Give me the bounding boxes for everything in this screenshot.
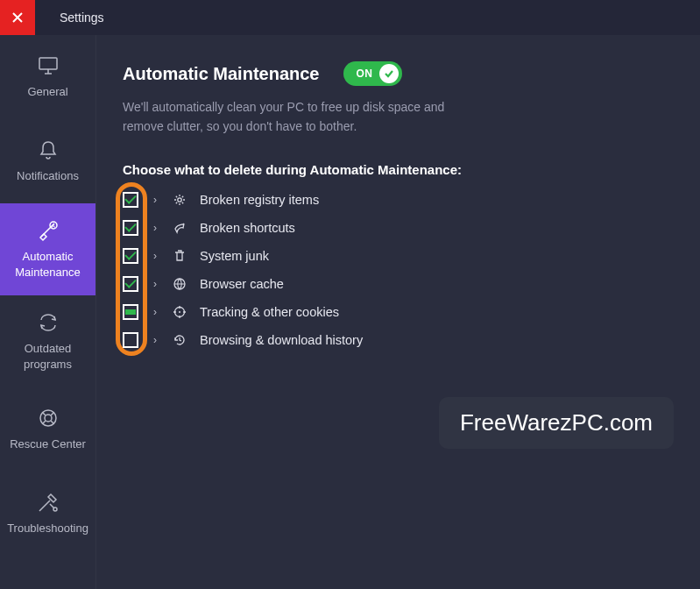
section-title: Choose what to delete during Automatic M… xyxy=(123,162,674,177)
svg-point-3 xyxy=(40,410,56,426)
checkbox-registry[interactable] xyxy=(123,192,138,208)
option-row-system-junk: › System junk xyxy=(123,245,674,266)
svg-point-4 xyxy=(45,415,52,422)
history-icon xyxy=(172,332,187,348)
toggle-label: ON xyxy=(356,67,372,80)
shortcut-icon xyxy=(172,220,187,236)
auto-maintenance-toggle[interactable]: ON xyxy=(343,61,402,86)
svg-text:A: A xyxy=(51,224,54,229)
expand-arrow-icon[interactable]: › xyxy=(151,278,159,290)
page-title: Automatic Maintenance xyxy=(123,64,319,84)
sidebar-item-label: General xyxy=(27,84,67,100)
globe-icon xyxy=(172,276,187,292)
expand-arrow-icon[interactable]: › xyxy=(151,194,159,206)
expand-arrow-icon[interactable]: › xyxy=(151,250,159,262)
sidebar-item-label: Notifications xyxy=(17,168,79,184)
checkbox-browsing-history[interactable] xyxy=(123,332,138,348)
sidebar-item-label: Rescue Center xyxy=(10,436,86,452)
tools-icon xyxy=(37,491,60,514)
broom-icon: A xyxy=(37,219,60,242)
option-label: Browser cache xyxy=(200,277,284,291)
expand-arrow-icon[interactable]: › xyxy=(151,334,159,346)
expand-arrow-icon[interactable]: › xyxy=(151,306,159,318)
sidebar-item-outdated-programs[interactable]: Outdated programs xyxy=(0,295,95,387)
main-content: Automatic Maintenance ON We'll automatic… xyxy=(96,35,700,589)
window-title: Settings xyxy=(35,11,104,25)
sidebar-item-rescue-center[interactable]: Rescue Center xyxy=(0,387,95,472)
checkbox-tracking-cookies[interactable] xyxy=(123,304,138,320)
refresh-icon xyxy=(37,311,60,334)
lifebuoy-icon xyxy=(37,407,60,429)
monitor-icon xyxy=(37,54,60,77)
close-icon xyxy=(11,11,24,24)
expand-arrow-icon[interactable]: › xyxy=(151,222,159,234)
sidebar-item-general[interactable]: General xyxy=(0,35,95,119)
sidebar-item-troubleshooting[interactable]: Troubleshooting xyxy=(0,472,95,556)
trash-icon xyxy=(172,248,187,264)
option-label: Tracking & other cookies xyxy=(200,305,339,319)
sidebar-item-label: Automatic Maintenance xyxy=(15,249,80,280)
page-description: We'll automatically clean your PC to fre… xyxy=(123,98,456,136)
svg-point-6 xyxy=(178,198,181,202)
svg-point-9 xyxy=(179,311,180,313)
check-icon xyxy=(379,64,399,83)
watermark-overlay: FreeWarezPC.com xyxy=(439,397,674,449)
sidebar-item-notifications[interactable]: Notifications xyxy=(0,119,95,203)
option-row-registry: › Broken registry items xyxy=(123,189,674,209)
option-row-browsing-history: › Browsing & download history xyxy=(123,330,674,350)
option-row-shortcuts: › Broken shortcuts xyxy=(123,217,674,238)
svg-rect-0 xyxy=(39,58,57,69)
checkbox-shortcuts[interactable] xyxy=(123,220,138,236)
titlebar: Settings xyxy=(0,0,700,35)
option-row-browser-cache: › Browser cache xyxy=(123,273,674,294)
target-icon xyxy=(172,304,187,320)
sidebar-nav: General Notifications A Automatic Mainte… xyxy=(0,35,96,589)
sidebar-item-label: Outdated programs xyxy=(5,341,90,372)
close-button[interactable] xyxy=(0,0,35,35)
maintenance-options: › Broken registry items › Broken shortcu… xyxy=(123,189,674,350)
option-row-tracking-cookies: › Tracking & other cookies xyxy=(123,302,674,322)
registry-icon xyxy=(172,192,187,208)
option-label: Broken registry items xyxy=(200,193,319,207)
svg-point-5 xyxy=(53,507,57,511)
option-label: Browsing & download history xyxy=(200,333,363,347)
checkbox-system-junk[interactable] xyxy=(123,248,138,264)
sidebar-item-auto-maintenance[interactable]: A Automatic Maintenance xyxy=(0,203,95,295)
option-label: Broken shortcuts xyxy=(200,221,295,235)
checkbox-browser-cache[interactable] xyxy=(123,276,138,292)
sidebar-item-label: Troubleshooting xyxy=(7,521,88,536)
option-label: System junk xyxy=(200,249,269,263)
bell-icon xyxy=(37,138,60,161)
